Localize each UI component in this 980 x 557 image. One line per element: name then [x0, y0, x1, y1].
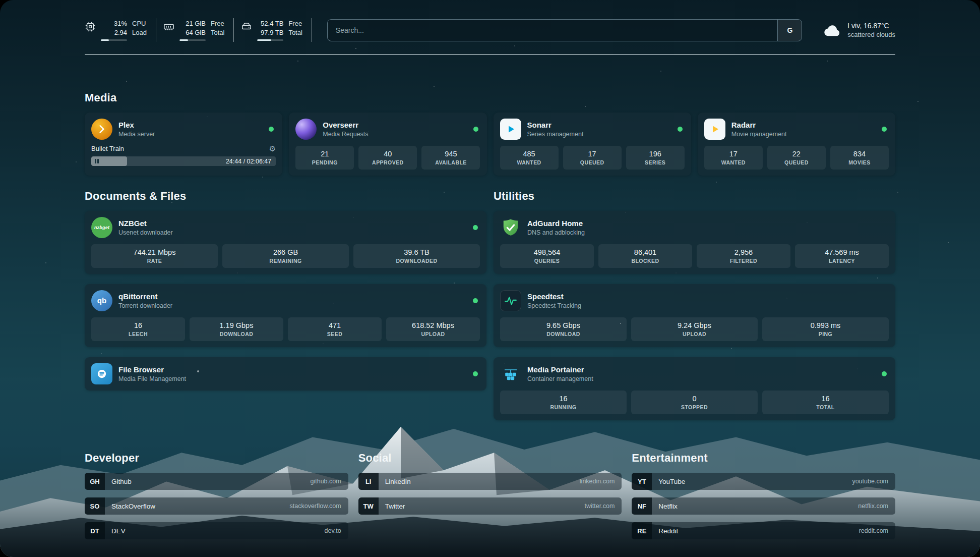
pause-icon[interactable]: [95, 159, 99, 163]
bookmark-abbr: RE: [632, 522, 652, 539]
section-title-developer: Developer: [85, 452, 348, 465]
service-card-qbittorrent[interactable]: qb qBittorrent Torrent downloader 16LEEC…: [85, 284, 486, 347]
stat-filtered: 2,956FILTERED: [697, 244, 790, 268]
now-playing-title: Bullet Train: [91, 145, 269, 152]
service-card-filebrowser[interactable]: File Browser Media File Management: [85, 357, 486, 391]
memory-widget: 21 GiB 64 GiB Free Total: [156, 18, 234, 42]
cpu-label-bottom: Load: [132, 28, 147, 37]
stat-queries: 498,564QUERIES: [500, 244, 594, 268]
service-name: Sonarr: [527, 121, 671, 129]
service-card-plex[interactable]: Plex Media server Bullet Train ⚙: [85, 113, 282, 176]
stat-running: 16RUNNING: [500, 391, 627, 414]
bookmark-name: DEV: [111, 527, 126, 535]
nzbget-icon: nzbget: [91, 217, 112, 238]
bookmark-dev[interactable]: DT DEV dev.to: [85, 522, 348, 539]
bookmark-url: youtube.com: [852, 478, 888, 485]
bookmark-abbr: LI: [358, 473, 379, 490]
stat-upload: 9.24 GbpsUPLOAD: [631, 317, 758, 341]
cpu-widget: 31% 2.94 CPU Load: [85, 18, 156, 42]
cloud-icon: [823, 23, 841, 37]
stat-blocked: 86,401BLOCKED: [598, 244, 692, 268]
stat-download: 1.19 GbpsDOWNLOAD: [190, 317, 283, 341]
stat-rate: 744.21 MbpsRATE: [91, 244, 218, 268]
service-description: Usenet downloader: [118, 229, 467, 236]
stat-available: 945AVAILABLE: [421, 146, 480, 170]
service-name: qBittorrent: [118, 292, 467, 301]
service-card-sonarr[interactable]: Sonarr Series management 485WANTED 17QUE…: [494, 113, 691, 176]
bookmark-group-social: Social LI LinkedIn linkedin.com TW Twitt…: [358, 452, 622, 539]
bookmark-stackoverflow[interactable]: SO StackOverflow stackoverflow.com: [85, 497, 348, 515]
bookmark-url: netflix.com: [858, 503, 888, 510]
bookmark-linkedin[interactable]: LI LinkedIn linkedin.com: [358, 473, 622, 490]
memory-label-top: Free: [211, 19, 224, 28]
section-utilities: Utilities AdGuard: [494, 190, 895, 420]
snow-particles: [0, 0, 1, 1]
service-name: File Browser: [118, 365, 467, 374]
sonarr-icon: [500, 119, 521, 140]
service-description: Media server: [118, 131, 263, 138]
service-card-adguard[interactable]: AdGuard Home DNS and adblocking 498,564Q…: [494, 211, 895, 274]
bookmark-netflix[interactable]: NF Netflix netflix.com: [632, 497, 895, 515]
search-input[interactable]: [328, 26, 777, 34]
weather-widget[interactable]: Lviv, 16.87°C scattered clouds: [823, 22, 895, 38]
service-description: Media Requests: [323, 131, 467, 138]
service-name: NZBGet: [118, 219, 467, 228]
service-card-portainer[interactable]: Media Portainer Container management 16R…: [494, 357, 895, 420]
filebrowser-icon: [91, 363, 112, 384]
radarr-icon: [704, 119, 725, 140]
service-card-overseerr[interactable]: Overseerr Media Requests 21PENDING 40APP…: [289, 113, 486, 176]
bookmark-youtube[interactable]: YT YouTube youtube.com: [632, 473, 895, 490]
section-title-utilities: Utilities: [494, 190, 895, 203]
section-title-documents: Documents & Files: [85, 190, 486, 203]
bookmark-name: Netflix: [658, 503, 678, 510]
bookmark-name: LinkedIn: [385, 478, 411, 485]
search-bar[interactable]: G: [327, 19, 802, 41]
service-card-speedtest[interactable]: Speedtest Speedtest Tracking 9.65 GbpsDO…: [494, 284, 895, 347]
status-online-dot: [882, 371, 887, 376]
disk-label-top: Free: [288, 19, 302, 28]
status-online-dot: [473, 225, 478, 230]
memory-progress-bar: [179, 39, 206, 41]
service-name: Speedtest: [527, 292, 889, 301]
stat-upload: 618.52 MbpsUPLOAD: [386, 317, 480, 341]
stat-series: 196SERIES: [626, 146, 685, 170]
header-divider: [85, 54, 895, 55]
status-online-dot: [473, 127, 478, 132]
cpu-load: 2.94: [114, 28, 127, 37]
overseerr-icon: [295, 119, 317, 140]
bookmark-reddit[interactable]: RE Reddit reddit.com: [632, 522, 895, 539]
bookmark-twitter[interactable]: TW Twitter twitter.com: [358, 497, 622, 515]
cpu-progress-bar: [101, 39, 127, 41]
settings-gear-icon[interactable]: ⚙: [269, 145, 276, 152]
dashboard-screen: 31% 2.94 CPU Load: [0, 0, 980, 557]
speedtest-icon: [500, 290, 521, 311]
stat-queued: 17QUEUED: [563, 146, 622, 170]
service-name: Plex: [118, 121, 263, 129]
plex-icon: [91, 119, 112, 140]
service-name: Overseerr: [323, 121, 467, 129]
bookmark-abbr: NF: [632, 497, 652, 515]
disk-free: 52.4 TB: [261, 19, 283, 28]
service-card-nzbget[interactable]: nzbget NZBGet Usenet downloader 744.21 M…: [85, 211, 486, 274]
search-provider-button[interactable]: G: [777, 20, 802, 41]
bookmark-url: twitter.com: [585, 503, 615, 510]
memory-free: 21 GiB: [186, 19, 206, 28]
bookmark-name: Twitter: [385, 503, 405, 510]
stat-wanted: 485WANTED: [500, 146, 559, 170]
service-card-radarr[interactable]: Radarr Movie management 17WANTED 22QUEUE…: [698, 113, 895, 176]
playback-time: 24:44 / 02:06:47: [226, 158, 271, 165]
bookmark-github[interactable]: GH Github github.com: [85, 473, 348, 490]
bookmark-abbr: DT: [85, 522, 105, 539]
qbittorrent-icon: qb: [91, 290, 112, 311]
weather-condition: scattered clouds: [847, 31, 895, 38]
stat-remaining: 266 GBREMAINING: [222, 244, 349, 268]
bookmark-group-entertainment: Entertainment YT YouTube youtube.com NF …: [632, 452, 895, 539]
bookmark-name: YouTube: [658, 478, 685, 485]
disk-label-bottom: Total: [288, 28, 302, 37]
service-name: AdGuard Home: [527, 219, 889, 228]
memory-label-bottom: Total: [211, 28, 224, 37]
status-online-dot: [473, 298, 478, 303]
bookmark-name: StackOverflow: [111, 503, 155, 510]
status-online-dot: [473, 371, 478, 376]
bookmark-url: dev.to: [325, 527, 341, 534]
